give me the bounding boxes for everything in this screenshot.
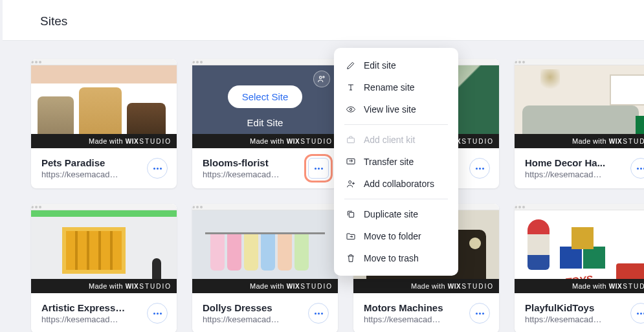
svg-point-1: [323, 76, 324, 78]
trash-icon: [346, 253, 356, 263]
made-with-badge: Made with WIXSTUDIO: [515, 134, 644, 148]
more-icon: [157, 313, 159, 315]
svg-rect-4: [347, 159, 355, 164]
site-thumbnail[interactable]: Made with WIXSTUDIO: [31, 59, 177, 148]
site-url: https://kesemacad…: [203, 315, 303, 324]
site-name: Home Decor Ha...: [525, 157, 625, 168]
more-actions-button[interactable]: [308, 303, 329, 324]
more-icon: [479, 313, 481, 315]
collaborators-badge[interactable]: [313, 71, 330, 87]
browser-chrome: [192, 204, 338, 210]
site-url: https://kesemacad…: [41, 170, 142, 179]
page-header: Sites: [3, 0, 644, 41]
made-with-badge: Made with WIXSTUDIO: [192, 279, 338, 293]
site-name: PlayfulKidToys: [525, 302, 625, 313]
site-thumbnail[interactable]: Made with WIXSTUDIO: [515, 59, 644, 148]
site-name: Motors Machines: [364, 302, 464, 313]
made-with-badge: Made with WIXSTUDIO: [31, 134, 177, 148]
more-actions-button[interactable]: [147, 158, 168, 179]
site-card[interactable]: TOYS Made with WIXSTUDIO PlayfulKidToys …: [515, 204, 644, 332]
more-actions-button[interactable]: [630, 303, 644, 324]
svg-rect-6: [349, 212, 353, 217]
made-with-badge: Made with WIXSTUDIO: [31, 279, 177, 293]
made-with-badge: Made with WIXSTUDIO: [353, 279, 499, 293]
menu-rename-site[interactable]: Rename site: [334, 76, 458, 98]
menu-add-client-kit: Add client kit: [334, 129, 458, 151]
duplicate-icon: [346, 209, 356, 219]
more-actions-button[interactable]: [308, 158, 329, 179]
site-url: https://kesemacad…: [364, 315, 464, 324]
site-card[interactable]: Made with WIXSTUDIO Artistic Express… ht…: [31, 204, 177, 332]
more-actions-button[interactable]: [147, 303, 168, 324]
menu-view-live-site[interactable]: View live site: [334, 98, 458, 120]
browser-chrome: [31, 59, 177, 65]
menu-move-to-folder[interactable]: Move to folder: [334, 225, 458, 247]
browser-chrome: [515, 59, 644, 65]
svg-point-2: [350, 108, 351, 110]
menu-separator: [344, 124, 448, 125]
made-with-badge: Made with WIXSTUDIO: [515, 279, 644, 293]
transfer-icon: [346, 157, 356, 167]
svg-point-5: [349, 181, 351, 183]
more-actions-button[interactable]: [469, 303, 490, 324]
type-icon: [346, 82, 356, 93]
more-icon: [479, 168, 481, 170]
browser-chrome: [192, 59, 338, 65]
site-url: https://kesemacad…: [203, 170, 303, 179]
more-actions-button[interactable]: [630, 158, 644, 179]
site-name: Artistic Express…: [41, 302, 142, 313]
svg-rect-3: [348, 138, 355, 142]
more-icon: [318, 168, 320, 170]
briefcase-icon: [346, 135, 356, 145]
pencil-icon: [346, 60, 356, 71]
site-thumbnail[interactable]: Made with WIXSTUDIO: [31, 204, 177, 293]
menu-move-to-trash[interactable]: Move to trash: [334, 247, 458, 269]
sites-grid: Made with WIXSTUDIO Pets Paradise https:…: [0, 41, 644, 332]
svg-point-0: [320, 76, 322, 79]
eye-icon: [346, 104, 356, 115]
site-card[interactable]: Made with WIXSTUDIO Home Decor Ha... htt…: [515, 59, 644, 188]
select-site-button[interactable]: Select Site: [228, 85, 303, 108]
site-card[interactable]: Select Site Edit Site Made with WIXSTUDI…: [192, 59, 338, 188]
site-name: Blooms-florist: [203, 157, 303, 168]
site-url: https://kesemacad…: [41, 315, 142, 324]
site-context-menu: Edit site Rename site View live site Add…: [334, 48, 458, 276]
site-url: https://kesemacad…: [525, 170, 625, 179]
browser-chrome: [515, 204, 644, 210]
edit-site-link[interactable]: Edit Site: [247, 117, 283, 128]
more-icon: [640, 168, 642, 170]
menu-transfer-site[interactable]: Transfer site: [334, 151, 458, 173]
more-actions-button[interactable]: [469, 158, 490, 179]
folder-move-icon: [346, 231, 356, 241]
site-url: https://kesemacad…: [525, 315, 625, 324]
menu-separator: [344, 199, 448, 199]
site-thumbnail[interactable]: TOYS Made with WIXSTUDIO: [515, 204, 644, 293]
more-icon: [157, 168, 159, 170]
site-thumbnail[interactable]: Made with WIXSTUDIO: [192, 204, 338, 293]
browser-chrome: [31, 204, 177, 210]
site-name: Pets Paradise: [41, 157, 142, 168]
page-title: Sites: [40, 14, 621, 28]
menu-edit-site[interactable]: Edit site: [334, 54, 458, 76]
more-icon: [640, 313, 642, 315]
more-icon: [318, 313, 320, 315]
made-with-badge: Made with WIXSTUDIO: [192, 134, 338, 148]
site-card[interactable]: Made with WIXSTUDIO Pets Paradise https:…: [31, 59, 177, 188]
menu-duplicate-site[interactable]: Duplicate site: [334, 203, 458, 225]
site-thumbnail[interactable]: Select Site Edit Site Made with WIXSTUDI…: [192, 59, 338, 148]
site-name: Dollys Dresses: [203, 302, 303, 313]
site-card[interactable]: Made with WIXSTUDIO Dollys Dresses https…: [192, 204, 338, 332]
add-user-icon: [346, 179, 356, 189]
menu-add-collaborators[interactable]: Add collaborators: [334, 173, 458, 195]
